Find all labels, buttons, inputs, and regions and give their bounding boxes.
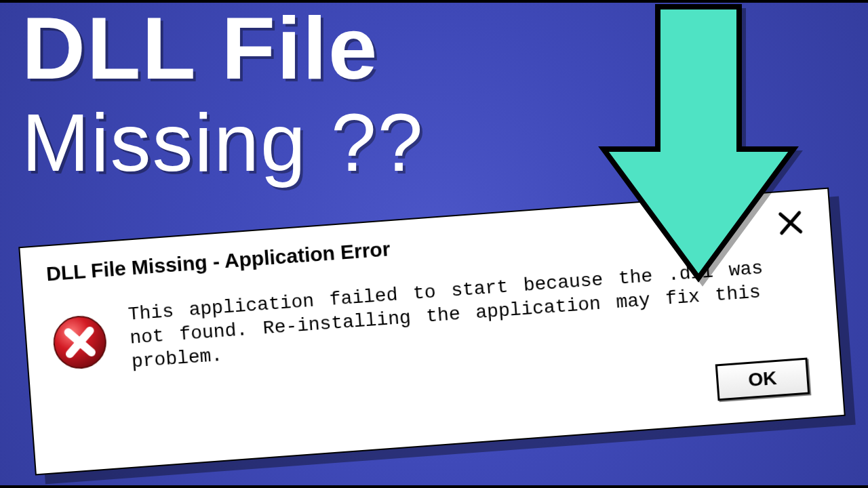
headline-line1: DLL File [22, 4, 378, 92]
error-icon [50, 312, 111, 373]
svg-marker-0 [604, 7, 793, 278]
ok-button[interactable]: OK [715, 358, 810, 401]
stage: DLL File Missing ?? DLL File Missing - A… [0, 0, 868, 488]
headline-line2: Missing ?? [22, 102, 425, 183]
down-arrow-icon [597, 0, 800, 287]
